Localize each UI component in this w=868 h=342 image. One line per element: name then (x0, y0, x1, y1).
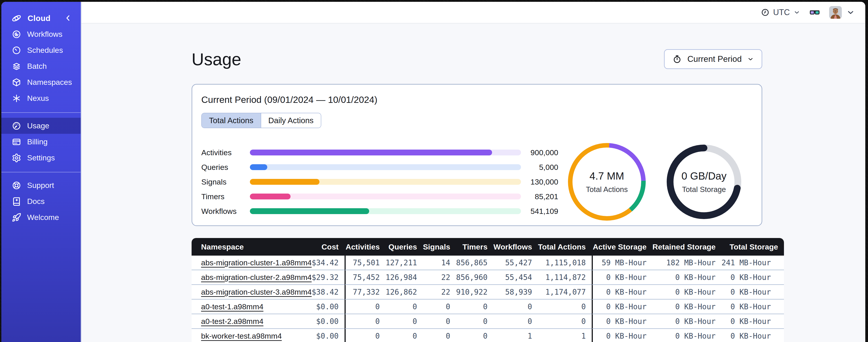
table-cell: 0 KB-Hour (721, 300, 784, 314)
sidebar-item-usage[interactable]: Usage (1, 118, 81, 134)
table-cell: 182 MB-Hour (652, 255, 722, 270)
bar-row-workflows: Workflows541,109 (201, 204, 558, 218)
column-header: Cost (312, 238, 344, 255)
tab-total-actions[interactable]: Total Actions (202, 113, 261, 128)
namespace-link[interactable]: abs-migration-cluster-1.a98mm4 (201, 258, 312, 267)
tab-daily-actions[interactable]: Daily Actions (261, 113, 321, 128)
table-cell: 1 (493, 329, 538, 342)
table-row: bk-worker-test.a98mm4$0.000000110 KB-Hou… (192, 329, 784, 342)
namespace-cell: bk-worker-test.a98mm4 (192, 329, 312, 342)
table-cell: 75,501 (344, 255, 386, 270)
bar-track (250, 194, 521, 199)
donut-total-actions: 4.7 MM Total Actions (566, 141, 648, 223)
sidebar: Cloud WorkflowsSchedulesBatchNamespacesN… (1, 2, 81, 342)
bar-chart: Activities900,000Queries5,000Signals130,… (201, 145, 558, 218)
sidebar-item-billing[interactable]: Billing (1, 134, 81, 150)
table-header: NamespaceCostActivitiesQueriesSignalsTim… (192, 238, 784, 255)
topbar: UTC (81, 2, 865, 24)
page-title: Usage (192, 49, 241, 69)
sidebar-item-namespaces[interactable]: Namespaces (1, 74, 81, 90)
table-cell: 0 (493, 314, 538, 329)
namespace-link[interactable]: a0-test-2.a98mm4 (201, 317, 264, 326)
column-header: Workflows (493, 238, 538, 255)
namespace-link[interactable]: abs-migration-cluster-2.a98mm4 (201, 273, 312, 281)
settings-icon (12, 153, 21, 163)
timezone-selector[interactable]: UTC (761, 8, 800, 17)
avatar (829, 6, 842, 19)
content: Usage Current Period (81, 24, 865, 342)
table-cell: 0 KB-Hour (652, 329, 722, 342)
sidebar-item-batch[interactable]: Batch (1, 58, 81, 74)
chevron-down-icon (846, 8, 855, 17)
chevron-down-icon (794, 9, 800, 16)
user-menu[interactable] (829, 6, 855, 19)
namespace-cell: abs-migration-cluster-2.a98mm4 (192, 270, 312, 285)
usage-card-title: Current Period (09/01/2024 — 10/01/2024) (201, 95, 752, 105)
namespace-link[interactable]: abs-migration-cluster-3.a98mm4 (201, 287, 312, 296)
table-cell: 0 (344, 314, 386, 329)
total-actions-value: 4.7 MM (589, 170, 624, 182)
table-cell: $34.42 (312, 255, 344, 270)
table-cell: 0 KB-Hour (721, 329, 784, 342)
table-cell: 22 (423, 285, 456, 300)
namespace-cell: abs-migration-cluster-1.a98mm4 (192, 255, 312, 270)
period-selector-button[interactable]: Current Period (664, 49, 762, 69)
chevron-left-icon (63, 13, 72, 23)
table-cell: 77,332 (344, 285, 386, 300)
bar-value: 900,000 (521, 148, 558, 157)
sidebar-item-support[interactable]: Support (1, 177, 81, 193)
bar-track (250, 149, 521, 156)
table-cell: 0 (386, 300, 423, 314)
bar-label: Workflows (201, 207, 250, 216)
sidebar-item-schedules[interactable]: Schedules (1, 42, 81, 58)
period-button-label: Current Period (687, 55, 742, 64)
nexus-icon (12, 94, 21, 103)
bar-fill (250, 179, 319, 185)
table-cell: 0 (344, 300, 386, 314)
column-header: Active Storage (592, 238, 652, 255)
sidebar-nav: WorkflowsSchedulesBatchNamespacesNexusUs… (1, 26, 81, 226)
bar-value: 85,201 (521, 192, 558, 201)
bar-track (250, 164, 521, 170)
table-cell: 241 MB-Hour (721, 255, 784, 270)
namespace-link[interactable]: a0-test-1.a98mm4 (201, 302, 264, 311)
bar-label: Timers (201, 192, 250, 201)
sidebar-divider (1, 112, 81, 113)
glasses-icon[interactable] (809, 6, 820, 18)
sidebar-item-workflows[interactable]: Workflows (1, 26, 81, 42)
table-cell: 0 (423, 329, 456, 342)
table-cell: $29.32 (312, 270, 344, 285)
table-cell: 0 KB-Hour (721, 270, 784, 285)
sidebar-item-welcome[interactable]: Welcome (1, 209, 81, 226)
namespace-link[interactable]: bk-worker-test.a98mm4 (201, 332, 282, 340)
sidebar-item-label: Settings (27, 153, 55, 162)
table-row: abs-migration-cluster-2.a98mm4$29.3275,4… (192, 270, 784, 285)
support-icon (12, 181, 21, 190)
table-cell: 1,115,018 (538, 255, 592, 270)
bar-label: Queries (201, 163, 250, 172)
column-header: Timers (456, 238, 493, 255)
total-storage-value: 0 GB/Day (681, 170, 726, 182)
table-cell: 55,454 (493, 270, 538, 285)
table-cell: 0 (456, 300, 493, 314)
table-cell: 127,211 (386, 255, 423, 270)
column-header: Total Storage (721, 238, 784, 255)
sidebar-brand[interactable]: Cloud (1, 10, 81, 26)
table-cell: 0 (538, 314, 592, 329)
table-cell: 856,960 (456, 270, 493, 285)
table-cell: 14 (423, 255, 456, 270)
sidebar-item-settings[interactable]: Settings (1, 150, 81, 166)
bar-label: Signals (201, 177, 250, 186)
sidebar-collapse-button[interactable] (63, 13, 72, 23)
table-cell: 856,865 (456, 255, 493, 270)
table-cell: 0 KB-Hour (652, 270, 722, 285)
table-cell: 0 (386, 314, 423, 329)
sidebar-item-label: Billing (27, 137, 48, 146)
sidebar-item-label: Support (27, 181, 54, 190)
table-row: a0-test-2.a98mm4$0.000000000 KB-Hour0 KB… (192, 314, 784, 329)
sidebar-item-docs[interactable]: Docs (1, 193, 81, 209)
donut-total-storage: 0 GB/Day Total Storage (663, 141, 745, 223)
table-cell: 0 (538, 300, 592, 314)
billing-icon (12, 137, 21, 147)
sidebar-item-nexus[interactable]: Nexus (1, 90, 81, 106)
